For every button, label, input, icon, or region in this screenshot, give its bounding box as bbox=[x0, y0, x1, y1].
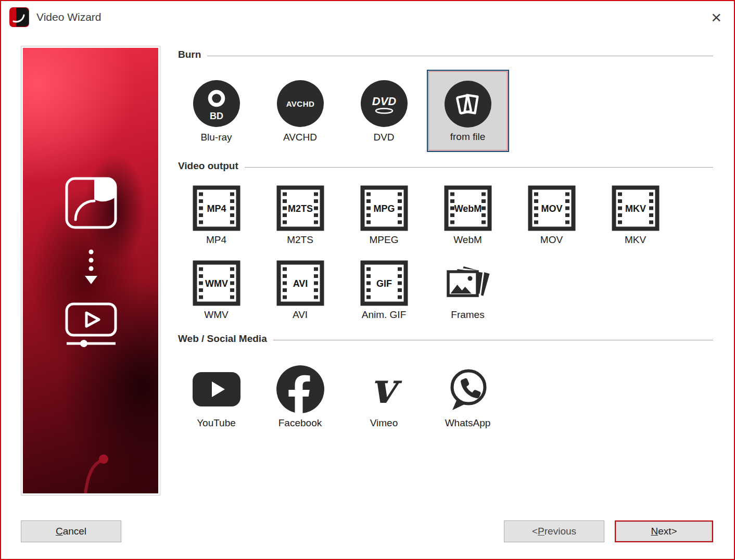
svg-text:AVI: AVI bbox=[293, 278, 308, 289]
output-option-label: MPEG bbox=[370, 234, 399, 246]
burn-option-avchd[interactable]: AVCHD AVCHD bbox=[258, 79, 342, 143]
filmstrip-icon: GIF bbox=[360, 260, 408, 306]
next-button[interactable]: Next > bbox=[615, 520, 713, 542]
output-option-m2ts[interactable]: M2TS M2TS bbox=[258, 185, 342, 246]
output-option-label: Frames bbox=[451, 309, 484, 321]
output-option-webm[interactable]: WebM WebM bbox=[426, 185, 510, 246]
filmstrip-icon: WebM bbox=[444, 185, 492, 231]
preview-panel bbox=[21, 46, 160, 495]
svg-text:WMV: WMV bbox=[205, 278, 228, 289]
photos-icon bbox=[67, 179, 116, 227]
output-option-label: WMV bbox=[204, 309, 228, 321]
output-option-frames[interactable]: Frames bbox=[426, 260, 510, 321]
svg-text:BD: BD bbox=[210, 111, 223, 121]
filmstrip-icon: WMV bbox=[193, 260, 240, 306]
output-option-label: MP4 bbox=[206, 234, 226, 246]
burn-option-label: AVCHD bbox=[283, 132, 317, 143]
output-option-label: AVI bbox=[293, 309, 308, 321]
social-section-title: Web / Social Media bbox=[178, 333, 267, 345]
burn-section-title: Burn bbox=[178, 49, 201, 60]
svg-text:GIF: GIF bbox=[376, 278, 392, 289]
wizard-options: Burn BD Blu-ray AVCHD bbox=[178, 46, 713, 495]
video-player-icon bbox=[67, 304, 116, 347]
previous-button[interactable]: < Previous bbox=[504, 520, 604, 542]
filmstrip-icon: MPG bbox=[360, 185, 408, 231]
output-option-mkv[interactable]: MKV MKV bbox=[593, 185, 677, 246]
burn-option-bluray[interactable]: BD Blu-ray bbox=[174, 79, 258, 143]
svg-text:MKV: MKV bbox=[625, 203, 646, 214]
output-option-label: WebM bbox=[453, 234, 482, 246]
output-option-mp4[interactable]: MP4 MP4 bbox=[174, 185, 258, 246]
flower-stem bbox=[85, 460, 102, 493]
svg-text:M2TS: M2TS bbox=[287, 203, 312, 214]
social-option-youtube[interactable]: YouTube bbox=[174, 364, 258, 429]
whatsapp-icon bbox=[443, 364, 493, 414]
arrow-down-icon bbox=[85, 250, 97, 285]
avchd-disc-icon: AVCHD bbox=[275, 79, 325, 129]
social-grid: YouTube Facebook v Vimeo bbox=[174, 364, 713, 429]
output-option-avi[interactable]: AVI AVI bbox=[258, 260, 342, 321]
burn-options-grid: BD Blu-ray AVCHD AVCHD DVD bbox=[174, 70, 713, 152]
filmstrip-icon: MP4 bbox=[193, 185, 240, 231]
youtube-icon bbox=[192, 364, 242, 414]
video-wizard-dialog: Video Wizard × bbox=[0, 0, 735, 560]
filmstrip-icon: M2TS bbox=[276, 185, 324, 231]
social-option-label: WhatsApp bbox=[445, 417, 491, 429]
output-option-anim-gif[interactable]: GIF Anim. GIF bbox=[342, 260, 426, 321]
social-option-vimeo[interactable]: v Vimeo bbox=[342, 364, 426, 429]
burn-option-label: DVD bbox=[373, 132, 394, 143]
app-logo-icon bbox=[9, 7, 29, 27]
vimeo-icon: v bbox=[359, 364, 409, 414]
section-divider bbox=[245, 167, 713, 172]
frames-stack-icon bbox=[444, 260, 492, 306]
output-option-mpeg[interactable]: MPG MPEG bbox=[342, 185, 426, 246]
social-option-label: Vimeo bbox=[370, 417, 398, 429]
previous-button-label: Previous bbox=[538, 526, 576, 537]
svg-text:v: v bbox=[371, 364, 402, 413]
title-bar: Video Wizard × bbox=[1, 1, 734, 33]
cancel-button-label: Cancel bbox=[56, 526, 86, 537]
social-option-label: Facebook bbox=[278, 417, 322, 429]
video-output-section-title: Video output bbox=[178, 160, 238, 172]
previous-button-prefix: < bbox=[532, 526, 538, 537]
burn-option-dvd[interactable]: DVD DVD bbox=[342, 79, 426, 143]
close-icon[interactable]: × bbox=[711, 8, 721, 26]
svg-text:MOV: MOV bbox=[541, 203, 562, 214]
selected-option-tile[interactable]: from file bbox=[427, 70, 509, 152]
from-file-icon bbox=[443, 79, 493, 129]
dialog-footer: Cancel < Previous Next > bbox=[21, 520, 713, 542]
next-button-label: Next bbox=[651, 526, 671, 537]
filmstrip-icon: AVI bbox=[276, 260, 324, 306]
output-option-label: MOV bbox=[540, 234, 563, 246]
section-divider bbox=[273, 340, 713, 345]
social-option-label: YouTube bbox=[197, 417, 236, 429]
section-divider bbox=[207, 56, 713, 60]
svg-text:MPG: MPG bbox=[373, 203, 395, 214]
workflow-overlay-icons bbox=[23, 48, 158, 493]
output-option-label: Anim. GIF bbox=[362, 309, 407, 321]
window-title: Video Wizard bbox=[36, 11, 102, 23]
next-button-suffix: > bbox=[671, 526, 677, 537]
flower-photo bbox=[23, 48, 158, 493]
svg-text:MP4: MP4 bbox=[207, 203, 226, 214]
social-option-facebook[interactable]: Facebook bbox=[258, 364, 342, 429]
burn-option-label: Blu-ray bbox=[200, 132, 232, 143]
facebook-icon bbox=[275, 364, 325, 414]
burn-option-from-file[interactable]: from file bbox=[426, 70, 510, 152]
cancel-button[interactable]: Cancel bbox=[21, 520, 121, 542]
social-section-header: Web / Social Media bbox=[178, 333, 713, 345]
burn-section-header: Burn bbox=[178, 49, 713, 60]
output-option-label: M2TS bbox=[287, 234, 313, 246]
output-option-wmv[interactable]: WMV WMV bbox=[174, 260, 258, 321]
svg-text:AVCHD: AVCHD bbox=[286, 99, 314, 108]
burn-option-label: from file bbox=[450, 131, 486, 143]
output-option-mov[interactable]: MOV MOV bbox=[510, 185, 593, 246]
social-option-whatsapp[interactable]: WhatsApp bbox=[426, 364, 510, 429]
video-output-section-header: Video output bbox=[178, 160, 713, 172]
filmstrip-icon: MKV bbox=[612, 185, 660, 231]
filmstrip-icon: MOV bbox=[528, 185, 576, 231]
output-option-label: MKV bbox=[625, 234, 646, 246]
svg-text:WebM: WebM bbox=[454, 203, 481, 214]
video-output-grid: MP4 MP4 M2TS M2TS MPG MPEG bbox=[174, 185, 713, 321]
svg-text:DVD: DVD bbox=[372, 95, 396, 108]
